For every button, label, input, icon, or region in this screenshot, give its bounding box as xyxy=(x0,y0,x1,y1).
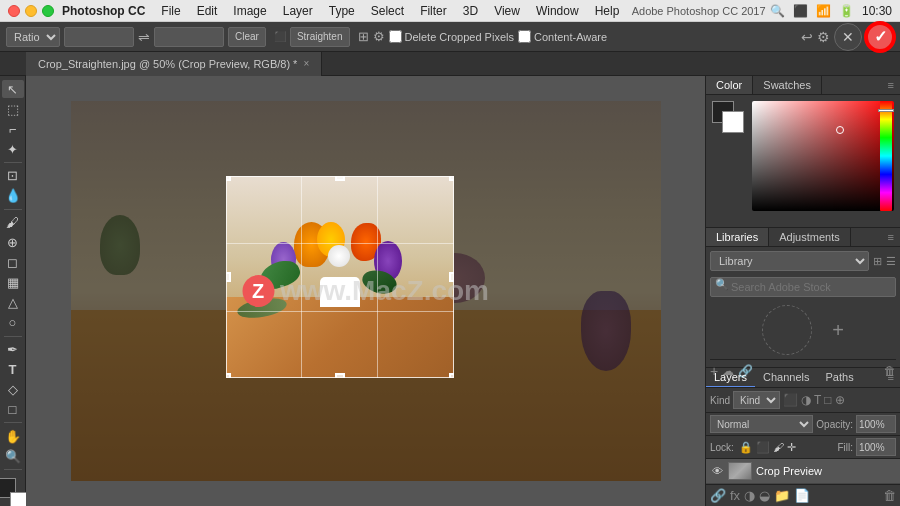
eyedropper-tool[interactable]: 💧 xyxy=(2,187,24,205)
hand-tool[interactable]: ✋ xyxy=(2,427,24,445)
list-view-icon[interactable]: ☰ xyxy=(886,255,896,268)
layer-item-crop-preview[interactable]: 👁 Crop Preview xyxy=(706,459,900,484)
shape-tool[interactable]: □ xyxy=(2,400,24,418)
menu-file[interactable]: File xyxy=(153,2,188,20)
swap-icon[interactable]: ⇌ xyxy=(138,29,150,45)
crop-handle-br[interactable] xyxy=(449,373,454,378)
blend-mode-select[interactable]: Normal xyxy=(710,415,813,433)
color-tab[interactable]: Color xyxy=(706,76,753,94)
delete-layer-icon[interactable]: 🗑 xyxy=(883,488,896,503)
paint-lock-icon[interactable]: 🖌 xyxy=(773,441,784,453)
panel-menu-icon[interactable]: ≡ xyxy=(882,76,900,94)
transparency-lock-icon[interactable]: ⬛ xyxy=(756,441,770,454)
crop-handle-tl[interactable] xyxy=(226,176,231,181)
lasso-tool[interactable]: ⌐ xyxy=(2,120,24,138)
add-mask-icon[interactable]: ◑ xyxy=(744,488,755,503)
color-spectrum-container[interactable] xyxy=(752,101,894,211)
delete-cropped-check[interactable]: Delete Cropped Pixels xyxy=(389,30,514,43)
canvas-area[interactable]: Z www.MacZ.com xyxy=(26,76,705,506)
libraries-menu-icon[interactable]: ≡ xyxy=(882,228,900,246)
width-input[interactable] xyxy=(64,27,134,47)
zoom-tool[interactable]: 🔍 xyxy=(2,447,24,465)
shape-filter-icon[interactable]: □ xyxy=(824,393,831,407)
battery-icon: 🔋 xyxy=(839,4,854,18)
share-icon[interactable]: ⬛ xyxy=(793,4,808,18)
adjustments-tab[interactable]: Adjustments xyxy=(769,228,851,246)
clone-tool[interactable]: ⊕ xyxy=(2,234,24,252)
pen-tool[interactable]: ✒ xyxy=(2,340,24,358)
move-tool[interactable]: ↖ xyxy=(2,80,24,98)
crop-handle-tr[interactable] xyxy=(449,176,454,181)
smart-filter-icon[interactable]: ⊕ xyxy=(835,393,845,407)
layers-tab[interactable]: Layers xyxy=(706,368,755,387)
crop-handle-bm[interactable] xyxy=(335,373,345,378)
library-search-input[interactable] xyxy=(710,277,896,297)
grid-view-icon[interactable]: ⊞ xyxy=(873,255,882,268)
background-swatch[interactable] xyxy=(722,111,744,133)
settings-icon[interactable]: ⚙ xyxy=(373,29,385,44)
layer-visibility-toggle[interactable]: 👁 xyxy=(710,464,724,478)
search-icon[interactable]: 🔍 xyxy=(770,4,785,18)
minimize-button[interactable] xyxy=(25,5,37,17)
clear-button[interactable]: Clear xyxy=(228,27,266,47)
type-filter-icon[interactable]: T xyxy=(814,393,821,407)
kind-select[interactable]: Kind xyxy=(733,391,780,409)
library-plus-icon[interactable]: + xyxy=(832,319,844,342)
crop-handle-bl[interactable] xyxy=(226,373,231,378)
hue-bar[interactable] xyxy=(880,101,892,211)
close-button[interactable] xyxy=(8,5,20,17)
pixel-filter-icon[interactable]: ⬛ xyxy=(783,393,798,407)
app-name[interactable]: Photoshop CC xyxy=(62,4,145,18)
blur-tool[interactable]: △ xyxy=(2,294,24,312)
menu-type[interactable]: Type xyxy=(321,2,363,20)
gradient-tool[interactable]: ▦ xyxy=(2,274,24,292)
height-input[interactable] xyxy=(154,27,224,47)
fill-input[interactable] xyxy=(856,438,896,456)
content-aware-check[interactable]: Content-Aware xyxy=(518,30,607,43)
new-layer-icon[interactable]: 📄 xyxy=(794,488,810,503)
path-tool[interactable]: ◇ xyxy=(2,380,24,398)
group-layers-icon[interactable]: 📁 xyxy=(774,488,790,503)
selection-tool[interactable]: ⬚ xyxy=(2,100,24,118)
brush-tool[interactable]: 🖌 xyxy=(2,214,24,232)
dodge-tool[interactable]: ○ xyxy=(2,314,24,332)
paths-tab[interactable]: Paths xyxy=(818,368,862,387)
swatches-tab[interactable]: Swatches xyxy=(753,76,822,94)
color-gradient[interactable] xyxy=(752,101,894,211)
menu-image[interactable]: Image xyxy=(225,2,274,20)
undo-icon[interactable]: ↩ xyxy=(801,29,813,45)
wand-tool[interactable]: ✦ xyxy=(2,140,24,158)
eraser-tool[interactable]: ◻ xyxy=(2,254,24,272)
menu-help[interactable]: Help xyxy=(587,2,628,20)
crop-handle-ml[interactable] xyxy=(226,272,231,282)
add-fx-icon[interactable]: fx xyxy=(730,488,740,503)
link-layers-icon[interactable]: 🔗 xyxy=(710,488,726,503)
crop-tool[interactable]: ⊡ xyxy=(2,167,24,185)
lock-icon[interactable]: 🔒 xyxy=(739,441,753,454)
layers-menu-icon[interactable]: ≡ xyxy=(882,368,900,387)
move-lock-icon[interactable]: ✛ xyxy=(787,441,796,454)
libraries-tab[interactable]: Libraries xyxy=(706,228,769,246)
straighten-button[interactable]: Straighten xyxy=(290,27,350,47)
menu-layer[interactable]: Layer xyxy=(275,2,321,20)
opacity-input[interactable] xyxy=(856,415,896,433)
menu-select[interactable]: Select xyxy=(363,2,412,20)
crop-handle-tm[interactable] xyxy=(335,176,345,181)
menu-3d[interactable]: 3D xyxy=(455,2,486,20)
maximize-button[interactable] xyxy=(42,5,54,17)
menu-edit[interactable]: Edit xyxy=(189,2,226,20)
settings2-icon[interactable]: ⚙ xyxy=(817,29,830,45)
menu-filter[interactable]: Filter xyxy=(412,2,455,20)
tab-close-button[interactable]: × xyxy=(303,58,309,69)
confirm-button[interactable]: ✓ xyxy=(866,23,894,51)
ratio-select[interactable]: Ratio xyxy=(6,27,60,47)
document-tab[interactable]: Crop_Straighten.jpg @ 50% (Crop Preview,… xyxy=(26,52,322,76)
cancel-button[interactable]: ✕ xyxy=(834,23,862,51)
adjustment-layer-icon[interactable]: ◒ xyxy=(759,488,770,503)
adjustment-filter-icon[interactable]: ◑ xyxy=(801,393,811,407)
library-select[interactable]: Library xyxy=(710,251,869,271)
type-tool[interactable]: T xyxy=(2,360,24,378)
menu-view[interactable]: View xyxy=(486,2,528,20)
menu-window[interactable]: Window xyxy=(528,2,587,20)
channels-tab[interactable]: Channels xyxy=(755,368,817,387)
